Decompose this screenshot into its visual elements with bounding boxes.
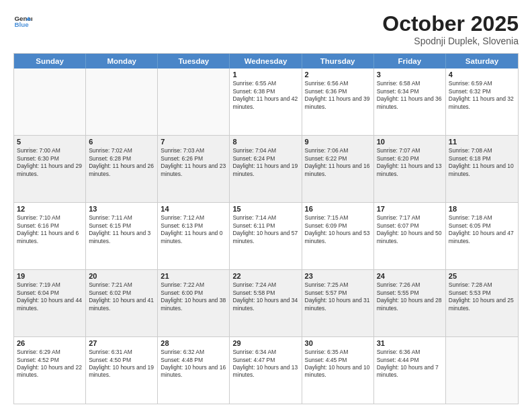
day-number: 7	[161, 138, 226, 146]
day-number: 3	[377, 71, 443, 79]
calendar-cell: 17Sunrise: 7:17 AM Sunset: 6:07 PM Dayli…	[374, 203, 446, 269]
day-number: 22	[232, 272, 298, 280]
cell-info: Sunrise: 7:25 AM Sunset: 5:57 PM Dayligh…	[305, 281, 371, 312]
calendar-cell: 21Sunrise: 7:22 AM Sunset: 6:00 PM Dayli…	[158, 270, 230, 336]
calendar-cell: 27Sunrise: 6:31 AM Sunset: 4:50 PM Dayli…	[86, 337, 158, 404]
calendar-cell: 18Sunrise: 7:18 AM Sunset: 6:05 PM Dayli…	[446, 203, 518, 269]
calendar-cell: 10Sunrise: 7:07 AM Sunset: 6:20 PM Dayli…	[374, 136, 446, 202]
calendar-cell: 2Sunrise: 6:56 AM Sunset: 6:36 PM Daylig…	[302, 68, 374, 135]
calendar-cell: 6Sunrise: 7:02 AM Sunset: 6:28 PM Daylig…	[86, 136, 158, 202]
day-number: 15	[232, 205, 298, 213]
cell-info: Sunrise: 6:29 AM Sunset: 4:52 PM Dayligh…	[17, 349, 83, 379]
cell-info: Sunrise: 7:08 AM Sunset: 6:18 PM Dayligh…	[449, 147, 515, 178]
cell-info: Sunrise: 6:34 AM Sunset: 4:47 PM Dayligh…	[232, 349, 298, 379]
calendar-cell: 9Sunrise: 7:06 AM Sunset: 6:22 PM Daylig…	[302, 136, 374, 202]
cell-info: Sunrise: 7:24 AM Sunset: 5:58 PM Dayligh…	[232, 281, 298, 312]
cell-info: Sunrise: 7:21 AM Sunset: 6:02 PM Dayligh…	[89, 281, 154, 312]
day-number: 13	[89, 205, 154, 213]
calendar-row: 19Sunrise: 7:19 AM Sunset: 6:04 PM Dayli…	[14, 269, 518, 336]
day-number: 27	[89, 339, 154, 347]
calendar-cell: 24Sunrise: 7:26 AM Sunset: 5:55 PM Dayli…	[374, 270, 446, 336]
cell-info: Sunrise: 6:59 AM Sunset: 6:32 PM Dayligh…	[449, 80, 515, 111]
cell-info: Sunrise: 7:02 AM Sunset: 6:28 PM Dayligh…	[89, 147, 154, 178]
day-number: 26	[17, 339, 83, 347]
calendar-cell	[446, 337, 518, 404]
calendar-cell: 29Sunrise: 6:34 AM Sunset: 4:47 PM Dayli…	[230, 337, 302, 404]
logo: General Blue	[13, 12, 32, 31]
calendar-cell: 12Sunrise: 7:10 AM Sunset: 6:16 PM Dayli…	[14, 203, 86, 269]
day-number: 23	[305, 272, 371, 280]
cell-info: Sunrise: 7:04 AM Sunset: 6:24 PM Dayligh…	[232, 147, 298, 178]
cell-info: Sunrise: 7:17 AM Sunset: 6:07 PM Dayligh…	[377, 214, 443, 245]
day-number: 28	[161, 339, 226, 347]
cell-info: Sunrise: 7:11 AM Sunset: 6:15 PM Dayligh…	[89, 214, 154, 245]
day-number: 21	[161, 272, 226, 280]
calendar-cell	[14, 68, 86, 135]
calendar-cell: 4Sunrise: 6:59 AM Sunset: 6:32 PM Daylig…	[446, 68, 518, 135]
day-number: 31	[377, 339, 443, 347]
weekday-header: Friday	[374, 54, 446, 68]
calendar-cell: 8Sunrise: 7:04 AM Sunset: 6:24 PM Daylig…	[230, 136, 302, 202]
cell-info: Sunrise: 7:06 AM Sunset: 6:22 PM Dayligh…	[305, 147, 371, 178]
logo-icon: General Blue	[13, 12, 32, 31]
calendar-cell	[158, 68, 230, 135]
calendar-cell: 11Sunrise: 7:08 AM Sunset: 6:18 PM Dayli…	[446, 136, 518, 202]
calendar-cell: 5Sunrise: 7:00 AM Sunset: 6:30 PM Daylig…	[14, 136, 86, 202]
day-number: 4	[449, 71, 515, 79]
cell-info: Sunrise: 6:58 AM Sunset: 6:34 PM Dayligh…	[377, 80, 443, 111]
page-header: General Blue October 2025 Spodnji Duplek…	[13, 12, 519, 46]
calendar-row: 1Sunrise: 6:55 AM Sunset: 6:38 PM Daylig…	[14, 68, 518, 135]
location-subtitle: Spodnji Duplek, Slovenia	[382, 36, 519, 46]
calendar-cell: 26Sunrise: 6:29 AM Sunset: 4:52 PM Dayli…	[14, 337, 86, 404]
day-number: 5	[17, 138, 83, 146]
title-block: October 2025 Spodnji Duplek, Slovenia	[382, 12, 519, 46]
weekday-header: Monday	[86, 54, 158, 68]
cell-info: Sunrise: 6:31 AM Sunset: 4:50 PM Dayligh…	[89, 349, 154, 379]
svg-text:Blue: Blue	[14, 21, 29, 28]
day-number: 12	[17, 205, 83, 213]
day-number: 11	[449, 138, 515, 146]
day-number: 30	[305, 339, 371, 347]
cell-info: Sunrise: 7:28 AM Sunset: 5:53 PM Dayligh…	[449, 281, 515, 312]
cell-info: Sunrise: 7:07 AM Sunset: 6:20 PM Dayligh…	[377, 147, 443, 178]
calendar-cell: 20Sunrise: 7:21 AM Sunset: 6:02 PM Dayli…	[86, 270, 158, 336]
calendar-cell: 16Sunrise: 7:15 AM Sunset: 6:09 PM Dayli…	[302, 203, 374, 269]
cell-info: Sunrise: 7:18 AM Sunset: 6:05 PM Dayligh…	[449, 214, 515, 245]
cell-info: Sunrise: 6:35 AM Sunset: 4:45 PM Dayligh…	[305, 349, 371, 379]
day-number: 10	[377, 138, 443, 146]
day-number: 29	[232, 339, 298, 347]
cell-info: Sunrise: 7:14 AM Sunset: 6:11 PM Dayligh…	[232, 214, 298, 245]
calendar-cell: 7Sunrise: 7:03 AM Sunset: 6:26 PM Daylig…	[158, 136, 230, 202]
calendar-cell: 30Sunrise: 6:35 AM Sunset: 4:45 PM Dayli…	[302, 337, 374, 404]
calendar-cell: 19Sunrise: 7:19 AM Sunset: 6:04 PM Dayli…	[14, 270, 86, 336]
day-number: 20	[89, 272, 154, 280]
calendar-body: 1Sunrise: 6:55 AM Sunset: 6:38 PM Daylig…	[14, 68, 518, 404]
month-title: October 2025	[382, 12, 519, 36]
day-number: 25	[449, 272, 515, 280]
calendar-cell	[86, 68, 158, 135]
day-number: 17	[377, 205, 443, 213]
weekday-header: Tuesday	[158, 54, 230, 68]
weekday-header: Thursday	[302, 54, 374, 68]
calendar-cell: 31Sunrise: 6:36 AM Sunset: 4:44 PM Dayli…	[374, 337, 446, 404]
calendar-row: 5Sunrise: 7:00 AM Sunset: 6:30 PM Daylig…	[14, 135, 518, 202]
cell-info: Sunrise: 7:03 AM Sunset: 6:26 PM Dayligh…	[161, 147, 226, 178]
weekday-header: Saturday	[446, 54, 518, 68]
weekday-header: Wednesday	[230, 54, 302, 68]
calendar-cell: 14Sunrise: 7:12 AM Sunset: 6:13 PM Dayli…	[158, 203, 230, 269]
cell-info: Sunrise: 7:22 AM Sunset: 6:00 PM Dayligh…	[161, 281, 226, 312]
cell-info: Sunrise: 6:56 AM Sunset: 6:36 PM Dayligh…	[305, 80, 371, 111]
calendar-cell: 22Sunrise: 7:24 AM Sunset: 5:58 PM Dayli…	[230, 270, 302, 336]
day-number: 16	[305, 205, 371, 213]
cell-info: Sunrise: 6:36 AM Sunset: 4:44 PM Dayligh…	[377, 349, 443, 379]
calendar-cell: 3Sunrise: 6:58 AM Sunset: 6:34 PM Daylig…	[374, 68, 446, 135]
day-number: 9	[305, 138, 371, 146]
calendar-header: SundayMondayTuesdayWednesdayThursdayFrid…	[14, 54, 518, 68]
cell-info: Sunrise: 7:00 AM Sunset: 6:30 PM Dayligh…	[17, 147, 83, 178]
day-number: 18	[449, 205, 515, 213]
cell-info: Sunrise: 7:10 AM Sunset: 6:16 PM Dayligh…	[17, 214, 83, 245]
calendar-cell: 15Sunrise: 7:14 AM Sunset: 6:11 PM Dayli…	[230, 203, 302, 269]
calendar-cell: 1Sunrise: 6:55 AM Sunset: 6:38 PM Daylig…	[230, 68, 302, 135]
calendar: SundayMondayTuesdayWednesdayThursdayFrid…	[13, 53, 519, 404]
weekday-header: Sunday	[14, 54, 86, 68]
